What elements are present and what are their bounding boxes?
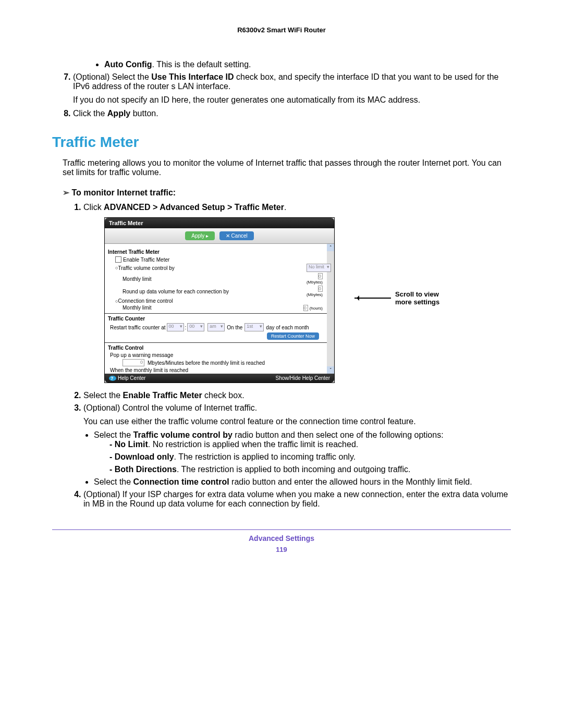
arrow-icon xyxy=(354,298,391,299)
monthly-limit-field[interactable]: 0 xyxy=(318,273,323,279)
shot-button-row: Apply ▸ ✕ Cancel xyxy=(105,228,334,244)
roundup-label: Round up data volume for each connection… xyxy=(123,289,307,294)
page-footer: Advanced Settings 119 xyxy=(52,529,511,553)
apply-button[interactable]: Apply ▸ xyxy=(185,231,215,240)
enable-traffic-meter-checkbox[interactable] xyxy=(115,256,121,263)
restart-min-select[interactable]: 00 xyxy=(187,323,204,331)
warning-threshold-field[interactable]: 0 xyxy=(123,359,144,366)
procedure-heading: To monitor Internet traffic: xyxy=(63,188,511,198)
monthly-limit-label: Monthly limit xyxy=(123,276,307,282)
restart-ampm-select[interactable]: am xyxy=(207,323,225,331)
traffic-meter-screenshot: Traffic Meter Apply ▸ ✕ Cancel ˄ ˅ Inter… xyxy=(104,217,511,383)
shot-titlebar: Traffic Meter xyxy=(105,218,334,228)
page: R6300v2 Smart WiFi Router Auto Config. T… xyxy=(0,0,563,574)
restart-day-select[interactable]: 1st xyxy=(244,323,264,331)
proc-step-2: Select the Enable Traffic Meter check bo… xyxy=(83,391,511,400)
enable-traffic-meter-row: Enable Traffic Meter xyxy=(108,256,331,263)
proc-step-3-note: You can use either the traffic volume co… xyxy=(83,417,511,426)
sub-bullet-volume: Select the Traffic volume control by rad… xyxy=(94,430,511,474)
cancel-button[interactable]: ✕ Cancel xyxy=(219,231,254,240)
opt-no-limit: No Limit. No restriction is applied when… xyxy=(109,440,511,449)
opt-download-only: Download only. The restriction is applie… xyxy=(109,452,511,462)
connection-time-control-row[interactable]: Connection time control xyxy=(108,298,331,304)
bullet-auto-config: Auto Config. This is the default setting… xyxy=(104,60,511,69)
scroll-down-icon[interactable]: ˅ xyxy=(327,366,334,374)
section-title: Traffic Meter xyxy=(52,134,511,151)
proc-step-4: (Optional) If your ISP charges for extra… xyxy=(83,490,511,509)
section-internet-traffic-meter: Internet Traffic Meter xyxy=(108,249,331,255)
footer-page-number: 119 xyxy=(52,546,511,553)
help-bar: Help Center Show/Hide Help Center xyxy=(105,374,334,382)
restart-hour-select[interactable]: 00 xyxy=(167,323,184,331)
popup-warning-label: Pop up a warning message xyxy=(108,352,331,359)
restart-counter-button[interactable]: Restart Counter Now xyxy=(267,332,319,340)
traffic-volume-control-row[interactable]: Traffic volume control by No limit xyxy=(108,263,331,273)
footer-title: Advanced Settings xyxy=(52,534,511,542)
step-7-note: If you do not specify an ID here, the ro… xyxy=(73,95,511,105)
doc-header: R6300v2 Smart WiFi Router xyxy=(52,26,511,34)
section-traffic-counter: Traffic Counter xyxy=(108,316,331,322)
monthly-limit-hours-label: Monthly limit xyxy=(123,305,303,311)
scroll-up-icon[interactable]: ˄ xyxy=(327,244,334,251)
proc-step-3: (Optional) Control the volume of Interne… xyxy=(83,403,511,487)
roundup-field[interactable]: 0 xyxy=(318,286,323,292)
step-8: Click the Apply button. xyxy=(73,109,511,118)
scroll-annotation: Scroll to view more settings xyxy=(354,290,439,306)
when-limit-reached-label: When the monthly limit is reached xyxy=(108,367,331,374)
volume-limit-select[interactable]: No limit xyxy=(307,264,331,272)
show-hide-help-link[interactable]: Show/Hide Help Center xyxy=(276,375,331,381)
opt-both-directions: Both Directions. The restriction is appl… xyxy=(109,465,511,474)
help-center-link[interactable]: Help Center xyxy=(109,375,145,381)
section-intro: Traffic metering allows you to monitor t… xyxy=(63,158,511,177)
step-7: (Optional) Select the Use This Interface… xyxy=(73,72,511,105)
monthly-limit-hours-field[interactable]: 0 xyxy=(303,305,308,311)
sub-bullet-connection-time: Select the Connection time control radio… xyxy=(94,477,511,487)
proc-step-1: Click ADVANCED > Advanced Setup > Traffi… xyxy=(83,203,511,383)
section-traffic-control: Traffic Control xyxy=(108,345,331,351)
